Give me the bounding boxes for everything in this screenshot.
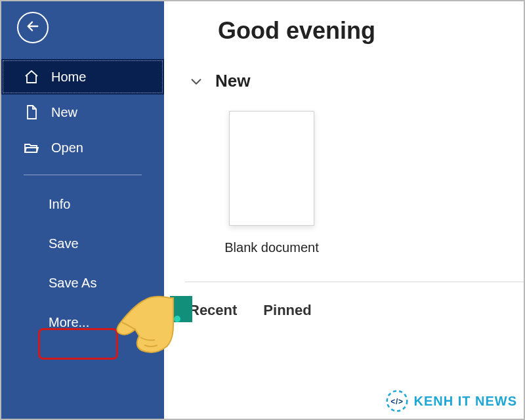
sidebar-item-info[interactable]: Info — [1, 184, 164, 224]
template-blank-document[interactable]: Blank document — [189, 111, 354, 255]
sidebar-item-label: Save As — [49, 276, 96, 291]
svg-text:</>: </> — [391, 397, 404, 406]
main-panel: Good evening New Blank document Wel — [164, 1, 524, 419]
watermark-logo: </> KENH IT NEWS — [386, 390, 517, 412]
chevron-down-icon — [189, 74, 203, 89]
sidebar-item-label: Open — [51, 140, 83, 156]
watermark-text: KENH IT NEWS — [413, 394, 517, 409]
sidebar-item-label: More... — [49, 315, 89, 330]
sidebar-item-home[interactable]: Home — [1, 59, 164, 94]
template-thumbnail — [229, 111, 314, 226]
template-welcome[interactable]: Wel — [394, 111, 524, 255]
page-title: Good evening — [218, 17, 524, 45]
back-button[interactable] — [17, 12, 49, 43]
sidebar-item-save[interactable]: Save — [1, 224, 164, 263]
home-icon — [24, 69, 39, 85]
logo-icon: </> — [386, 390, 408, 412]
folder-open-icon — [24, 140, 39, 156]
document-icon — [24, 104, 39, 120]
sidebar-nav: Home New Open Info — [1, 59, 164, 342]
sidebar-item-open[interactable]: Open — [1, 130, 164, 165]
sidebar-item-label: Save — [49, 236, 79, 251]
tab-recent[interactable]: Recent — [189, 302, 237, 319]
sidebar-item-new[interactable]: New — [1, 94, 164, 130]
sidebar-divider — [24, 175, 142, 175]
sidebar-item-save-as[interactable]: Save As — [1, 263, 164, 303]
tab-pinned[interactable]: Pinned — [263, 302, 311, 319]
arrow-left-icon — [26, 19, 40, 36]
section-new-header[interactable]: New — [189, 71, 524, 91]
divider — [185, 282, 524, 282]
backstage-sidebar: Home New Open Info — [1, 1, 164, 419]
sidebar-item-label: Info — [49, 197, 70, 212]
section-title: New — [215, 71, 250, 91]
sidebar-item-label: New — [51, 105, 77, 120]
sidebar-item-label: Home — [51, 70, 86, 85]
template-label: Blank document — [224, 240, 318, 255]
template-gallery: Blank document Wel — [189, 111, 524, 255]
recent-tabs: Recent Pinned — [189, 302, 524, 319]
sidebar-item-more[interactable]: More... — [1, 303, 164, 342]
